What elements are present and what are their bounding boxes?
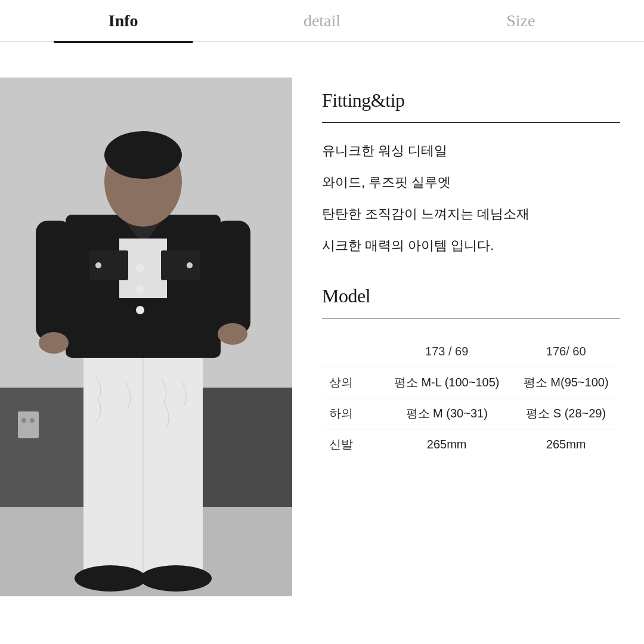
row-label-sinbal: 신발: [322, 429, 382, 460]
fitting-item-2: 와이드, 루즈핏 실루엣: [322, 172, 620, 192]
svg-rect-18: [215, 221, 250, 334]
fitting-items: 유니크한 워싱 디테일 와이드, 루즈핏 실루엣 탄탄한 조직감이 느껴지는 데…: [322, 141, 620, 255]
col-header-2: 176/ 60: [512, 336, 620, 367]
tab-info[interactable]: Info: [24, 0, 222, 42]
model-title: Model: [322, 285, 620, 307]
row-sinbal-col2: 265mm: [512, 429, 620, 460]
svg-point-12: [136, 306, 144, 314]
model-section: Model 173 / 69 176/ 60 상의 평소 M-L (100~10…: [322, 285, 620, 460]
svg-rect-9: [86, 343, 203, 354]
info-panel: Fitting&tip 유니크한 워싱 디테일 와이드, 루즈핏 실루엣 탄탄한…: [292, 78, 644, 644]
tab-bar: Info detail Size: [0, 0, 644, 42]
row-sinbal-col1: 265mm: [382, 429, 512, 460]
model-table: 173 / 69 176/ 60 상의 평소 M-L (100~105) 평소 …: [322, 336, 620, 460]
col-header-1: 173 / 69: [382, 336, 512, 367]
row-label-sangui: 상의: [322, 367, 382, 398]
tab-size[interactable]: Size: [422, 0, 620, 42]
svg-rect-17: [36, 221, 72, 340]
svg-point-22: [104, 131, 182, 179]
svg-rect-3: [0, 388, 89, 507]
tab-size-label: Size: [506, 11, 535, 30]
svg-point-24: [140, 565, 212, 592]
row-haui-col1: 평소 M (30~31): [382, 398, 512, 429]
svg-point-27: [30, 418, 35, 423]
table-row: 하의 평소 M (30~31) 평소 S (28~29): [322, 398, 620, 429]
fitting-item-1: 유니크한 워싱 디테일: [322, 141, 620, 160]
col-header-empty: [322, 336, 382, 367]
svg-point-11: [136, 285, 144, 293]
svg-rect-25: [18, 411, 39, 438]
product-image: [0, 78, 292, 596]
svg-point-14: [95, 262, 101, 268]
tab-info-label: Info: [109, 11, 138, 30]
svg-point-23: [75, 565, 146, 592]
tab-detail-label: detail: [304, 11, 340, 30]
svg-point-10: [136, 264, 144, 273]
svg-rect-15: [161, 250, 200, 280]
row-sangui-col2: 평소 M(95~100): [512, 367, 620, 398]
row-sangui-col1: 평소 M-L (100~105): [382, 367, 512, 398]
table-row: 신발 265mm 265mm: [322, 429, 620, 460]
model-table-header-row: 173 / 69 176/ 60: [322, 336, 620, 367]
main-content: Fitting&tip 유니크한 워싱 디테일 와이드, 루즈핏 실루엣 탄탄한…: [0, 42, 644, 644]
fitting-item-4: 시크한 매력의 아이템 입니다.: [322, 236, 620, 255]
svg-point-19: [39, 332, 69, 354]
svg-point-26: [21, 418, 26, 423]
row-label-haui: 하의: [322, 398, 382, 429]
table-row: 상의 평소 M-L (100~105) 평소 M(95~100): [322, 367, 620, 398]
svg-rect-13: [89, 250, 128, 280]
svg-point-20: [218, 323, 247, 345]
row-haui-col2: 평소 S (28~29): [512, 398, 620, 429]
fitting-divider: [322, 122, 620, 123]
tab-detail[interactable]: detail: [222, 0, 421, 42]
svg-point-16: [187, 262, 193, 268]
fitting-item-3: 탄탄한 조직감이 느껴지는 데님소재: [322, 204, 620, 224]
model-divider: [322, 318, 620, 318]
fitting-section: Fitting&tip 유니크한 워싱 디테일 와이드, 루즈핏 실루엣 탄탄한…: [322, 89, 620, 279]
fitting-title: Fitting&tip: [322, 89, 620, 112]
